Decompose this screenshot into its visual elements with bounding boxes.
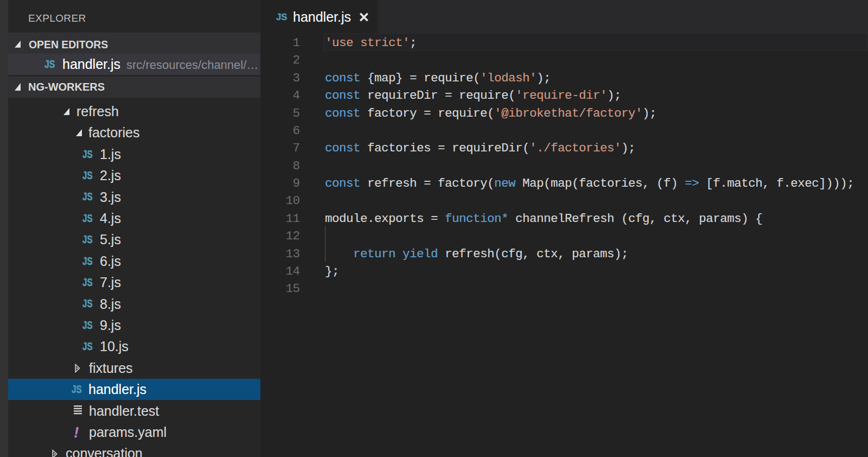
svg-text:JS: JS (72, 385, 82, 395)
svg-text:JS: JS (82, 150, 93, 160)
svg-text:JS: JS (82, 342, 93, 352)
svg-text:JS: JS (44, 60, 55, 69)
svg-text:JS: JS (82, 321, 93, 331)
svg-text:JS: JS (82, 192, 93, 202)
svg-text:JS: JS (82, 257, 93, 266)
svg-text:JS: JS (82, 235, 93, 245)
svg-text:JS: JS (82, 214, 93, 224)
svg-text:JS: JS (82, 278, 93, 288)
svg-text:JS: JS (82, 171, 93, 181)
svg-text:JS: JS (276, 13, 287, 22)
svg-text:JS: JS (82, 299, 93, 309)
